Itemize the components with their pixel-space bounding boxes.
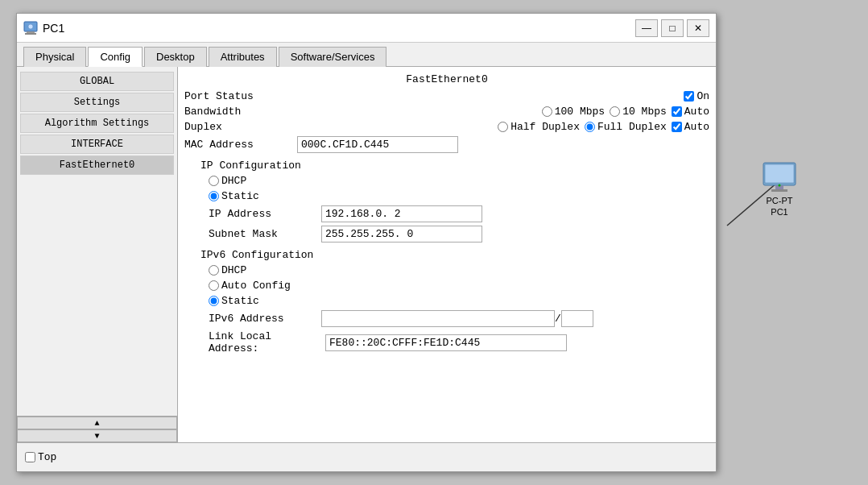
- ip-config-header: IP Configuration: [200, 160, 709, 172]
- ipv6-dhcp-text: DHCP: [221, 264, 246, 276]
- port-status-on-label[interactable]: On: [684, 90, 709, 102]
- port-status-on-text: On: [696, 90, 709, 102]
- ipv6-static-label[interactable]: Static: [209, 295, 259, 307]
- bandwidth-auto-text: Auto: [684, 106, 709, 118]
- ip-address-controls: [321, 205, 709, 222]
- top-checkbox-label[interactable]: Top: [25, 451, 56, 463]
- sidebar-item-algorithm-settings[interactable]: Algorithm Settings: [20, 114, 174, 133]
- sidebar-scroll-up[interactable]: ▲: [17, 417, 177, 429]
- mac-label: MAC Address: [184, 139, 297, 151]
- panel-title: FastEthernet0: [184, 73, 709, 85]
- ipv6-input-row: /: [321, 310, 593, 327]
- sidebar: GLOBAL Settings Algorithm Settings INTER…: [17, 67, 178, 442]
- link-local-row: Link Local Address:: [209, 330, 709, 354]
- main-panel: FastEthernet0 Port Status On Bandwidth: [178, 67, 716, 442]
- window-controls: — □ ✕: [635, 19, 709, 37]
- subnet-label: Subnet Mask: [209, 228, 321, 240]
- ipv6-static-row: Static: [209, 295, 709, 307]
- dhcp-radio[interactable]: [209, 176, 219, 186]
- ipv6-dhcp-radio[interactable]: [209, 265, 219, 276]
- ip-address-input[interactable]: [321, 205, 482, 222]
- bandwidth-100-label[interactable]: 100 Mbps: [542, 106, 605, 118]
- ipv6-config-section: DHCP Auto Config Static IPv6 Ad: [209, 264, 709, 354]
- pc-node: PC-PT PC1: [759, 161, 800, 218]
- tab-bar: Physical Config Desktop Attributes Softw…: [17, 43, 716, 67]
- duplex-half-text: Half Duplex: [510, 121, 580, 133]
- bandwidth-row: Bandwidth 100 Mbps 10 Mbps A: [184, 106, 709, 118]
- content-area: GLOBAL Settings Algorithm Settings INTER…: [17, 67, 716, 442]
- minimize-button[interactable]: —: [635, 19, 658, 37]
- mac-controls: [297, 136, 709, 153]
- ipv6-auto-row: Auto Config: [209, 280, 709, 292]
- ip-address-label: IP Address: [209, 208, 321, 220]
- bandwidth-auto-checkbox[interactable]: [672, 106, 682, 117]
- top-label: Top: [38, 451, 56, 463]
- port-status-checkbox[interactable]: [684, 91, 694, 102]
- bandwidth-10-radio[interactable]: [610, 106, 620, 117]
- mac-input[interactable]: [297, 136, 458, 153]
- maximize-button[interactable]: □: [661, 19, 684, 37]
- ipv6-static-radio[interactable]: [209, 296, 219, 306]
- pc-type-label: PC-PT PC1: [767, 195, 793, 218]
- subnet-input[interactable]: [321, 226, 482, 242]
- duplex-half-label[interactable]: Half Duplex: [498, 121, 580, 133]
- link-local-input[interactable]: [325, 334, 567, 351]
- dhcp-text: DHCP: [221, 175, 246, 187]
- dhcp-row: DHCP: [209, 175, 709, 187]
- duplex-auto-checkbox[interactable]: [672, 122, 682, 132]
- ipv6-auto-radio[interactable]: [209, 280, 219, 291]
- duplex-full-label[interactable]: Full Duplex: [585, 121, 667, 133]
- title-bar: PC1 — □ ✕: [17, 14, 716, 43]
- duplex-half-radio[interactable]: [498, 122, 508, 132]
- sidebar-item-interface[interactable]: INTERFACE: [20, 135, 174, 154]
- bandwidth-auto-label[interactable]: Auto: [672, 106, 709, 118]
- ipv6-address-input[interactable]: [321, 310, 555, 327]
- tab-config[interactable]: Config: [88, 47, 143, 67]
- svg-rect-8: [771, 189, 787, 192]
- top-checkbox[interactable]: [25, 452, 35, 462]
- static-radio[interactable]: [209, 191, 219, 201]
- ipv6-prefix-input[interactable]: [561, 310, 593, 327]
- sidebar-item-settings[interactable]: Settings: [20, 93, 174, 112]
- close-button[interactable]: ✕: [687, 19, 709, 37]
- tab-software-services[interactable]: Software/Services: [279, 47, 387, 67]
- sidebar-inner: GLOBAL Settings Algorithm Settings INTER…: [17, 67, 177, 416]
- sidebar-scroll-down[interactable]: ▼: [17, 429, 177, 442]
- ipv6-slash: /: [555, 313, 561, 325]
- ipv6-address-row: IPv6 Address /: [209, 310, 709, 327]
- static-row: Static: [209, 190, 709, 202]
- svg-point-3: [28, 24, 33, 29]
- duplex-auto-text: Auto: [684, 121, 709, 133]
- duplex-label: Duplex: [184, 121, 297, 133]
- ip-address-row: IP Address: [209, 205, 709, 222]
- dhcp-label[interactable]: DHCP: [209, 175, 246, 187]
- sidebar-item-fastethernet0[interactable]: FastEthernet0: [20, 155, 174, 175]
- ipv6-config-header: IPv6 Configuration: [200, 249, 709, 261]
- mac-row: MAC Address: [184, 136, 709, 153]
- port-status-label: Port Status: [184, 90, 297, 102]
- duplex-auto-label[interactable]: Auto: [672, 121, 709, 133]
- bandwidth-controls: 100 Mbps 10 Mbps Auto: [297, 106, 709, 118]
- duplex-full-text: Full Duplex: [597, 121, 667, 133]
- tab-attributes[interactable]: Attributes: [209, 47, 277, 67]
- static-text: Static: [221, 190, 259, 202]
- main-window: PC1 — □ ✕ Physical Config Desktop Attrib…: [16, 13, 717, 472]
- svg-rect-6: [765, 164, 794, 183]
- bottom-bar: Top: [17, 442, 716, 471]
- bandwidth-100-text: 100 Mbps: [555, 106, 605, 118]
- bandwidth-100-radio[interactable]: [542, 106, 552, 117]
- ipv6-dhcp-row: DHCP: [209, 264, 709, 276]
- link-local-label: Link Local Address:: [209, 330, 325, 354]
- ipv6-auto-text: Auto Config: [221, 280, 291, 292]
- static-label[interactable]: Static: [209, 190, 259, 202]
- tab-desktop[interactable]: Desktop: [144, 47, 207, 67]
- sidebar-item-global[interactable]: GLOBAL: [20, 72, 174, 91]
- bandwidth-label: Bandwidth: [184, 106, 297, 118]
- network-view: PC-PT PC1: [723, 153, 804, 253]
- tab-physical[interactable]: Physical: [23, 47, 86, 67]
- bandwidth-10-label[interactable]: 10 Mbps: [610, 106, 667, 118]
- ipv6-address-controls: /: [321, 310, 709, 327]
- ipv6-dhcp-label[interactable]: DHCP: [209, 264, 246, 276]
- ipv6-auto-label[interactable]: Auto Config: [209, 280, 291, 292]
- duplex-full-radio[interactable]: [585, 122, 595, 132]
